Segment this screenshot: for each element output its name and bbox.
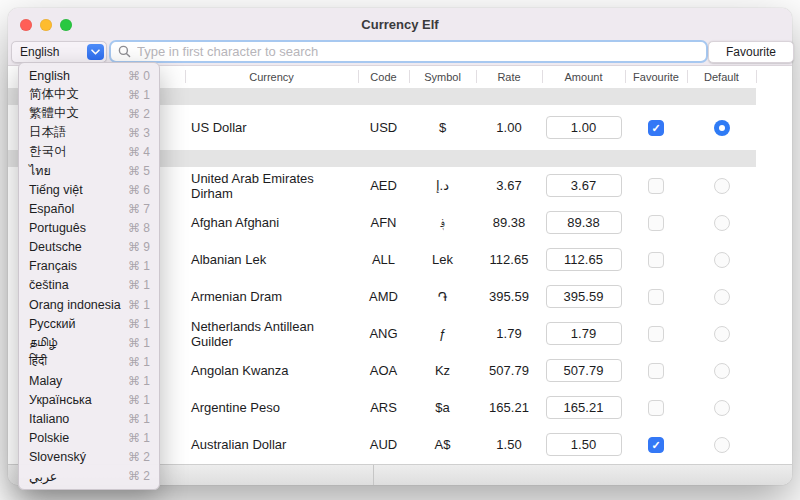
currency-name: US Dollar [185, 120, 358, 135]
favourite-checkbox[interactable]: ✓ [648, 437, 664, 453]
language-menu-item[interactable]: Русский⌘ 1 [19, 314, 159, 333]
language-menu-item-label: 繁體中文 [29, 105, 79, 122]
currency-symbol: Kz [409, 363, 476, 378]
currency-rate: 395.59 [476, 289, 542, 304]
favourite-checkbox[interactable] [648, 252, 664, 268]
language-menu-item-shortcut: ⌘ 1 [128, 336, 150, 350]
currency-rate: 1.50 [476, 437, 542, 452]
default-radio[interactable] [714, 326, 730, 342]
amount-input[interactable] [546, 359, 622, 382]
language-menu-item[interactable]: Español⌘ 7 [19, 200, 159, 219]
currency-rate: 1.79 [476, 326, 542, 341]
language-menu-item-shortcut: ⌘ 1 [128, 259, 150, 273]
language-menu-item[interactable]: 简体中文⌘ 1 [19, 85, 159, 104]
favourite-checkbox[interactable] [648, 178, 664, 194]
language-menu-item[interactable]: Tiếng việt⌘ 6 [19, 181, 159, 200]
amount-input[interactable] [546, 396, 622, 419]
currency-code: AUD [358, 437, 409, 452]
language-menu-item-shortcut: ⌘ 1 [128, 374, 150, 388]
currency-code: AFN [358, 215, 409, 230]
amount-input[interactable] [546, 248, 622, 271]
language-menu-item[interactable]: Slovenský⌘ 2 [19, 448, 159, 467]
language-menu-item[interactable]: English⌘ 0 [19, 66, 159, 85]
check-icon: ✓ [651, 122, 660, 134]
favourite-checkbox[interactable] [648, 289, 664, 305]
default-cell [687, 289, 756, 305]
status-bar-divider [373, 465, 374, 485]
language-menu-item-shortcut: ⌘ 0 [128, 69, 150, 83]
default-radio[interactable] [714, 178, 730, 194]
currency-name: Argentine Peso [185, 400, 358, 415]
default-radio[interactable] [714, 120, 730, 136]
default-cell [687, 252, 756, 268]
language-menu-item-shortcut: ⌘ 3 [128, 126, 150, 140]
language-menu-item[interactable]: Italiano⌘ 1 [19, 409, 159, 428]
language-menu-item[interactable]: தமிழ்⌘ 1 [19, 333, 159, 352]
amount-input[interactable] [546, 116, 622, 139]
amount-input[interactable] [546, 433, 622, 456]
language-menu-item-shortcut: ⌘ 1 [128, 88, 150, 102]
check-icon: ✓ [651, 439, 660, 451]
favourite-checkbox[interactable]: ✓ [648, 120, 664, 136]
column-header-rate: Rate [476, 66, 542, 88]
amount-input[interactable] [546, 322, 622, 345]
currency-name: Angolan Kwanza [185, 363, 358, 378]
language-menu-item[interactable]: Português⌘ 8 [19, 219, 159, 238]
language-menu-item-shortcut: ⌘ 9 [128, 240, 150, 254]
language-menu-item[interactable]: Polskie⌘ 1 [19, 429, 159, 448]
language-menu-item[interactable]: Українська⌘ 1 [19, 390, 159, 409]
screen: Currency Elf English [0, 0, 800, 500]
language-menu-item[interactable]: عربي⌘ 2 [19, 467, 159, 486]
currency-symbol: ƒ [409, 326, 476, 341]
default-radio[interactable] [714, 437, 730, 453]
language-selector[interactable]: English [11, 41, 107, 63]
chevron-down-icon [87, 44, 104, 60]
language-menu-item[interactable]: Deutsche⌘ 9 [19, 238, 159, 257]
language-menu-item[interactable]: Français⌘ 1 [19, 257, 159, 276]
favourite-checkbox[interactable] [648, 400, 664, 416]
currency-symbol: ֏ [409, 289, 476, 305]
language-menu-item[interactable]: 日本語⌘ 3 [19, 123, 159, 142]
amount-cell [542, 359, 625, 382]
default-radio[interactable] [714, 215, 730, 231]
currency-name: Albanian Lek [185, 252, 358, 267]
currency-symbol: ؋ [409, 215, 476, 231]
language-menu-item[interactable]: हिंदी⌘ 1 [19, 352, 159, 371]
currency-rate: 112.65 [476, 252, 542, 267]
language-menu-item-label: Tiếng việt [29, 183, 83, 197]
language-menu-item-label: Português [29, 221, 86, 235]
language-menu-item[interactable]: 繁體中文⌘ 2 [19, 104, 159, 123]
amount-input[interactable] [546, 174, 622, 197]
favourite-checkbox[interactable] [648, 363, 664, 379]
language-menu-item[interactable]: 한국어⌘ 4 [19, 142, 159, 161]
favourite-button[interactable]: Favourite [708, 41, 794, 63]
language-menu-item[interactable]: Malay⌘ 1 [19, 371, 159, 390]
column-header-favourite: Favourite [625, 66, 687, 88]
search-field[interactable] [109, 40, 708, 63]
default-radio[interactable] [714, 363, 730, 379]
amount-input[interactable] [546, 285, 622, 308]
default-radio[interactable] [714, 400, 730, 416]
currency-rate: 507.79 [476, 363, 542, 378]
default-radio[interactable] [714, 289, 730, 305]
search-input[interactable] [135, 43, 706, 60]
favourite-cell: ✓ [625, 437, 687, 453]
language-menu-item-label: 한국어 [29, 143, 67, 160]
language-menu: English⌘ 0简体中文⌘ 1繁體中文⌘ 2日本語⌘ 3한국어⌘ 4ไทย⌘… [18, 62, 160, 490]
amount-input[interactable] [546, 211, 622, 234]
favourite-checkbox[interactable] [648, 215, 664, 231]
language-menu-item-label: ไทย [29, 161, 51, 181]
language-menu-item[interactable]: čeština⌘ 1 [19, 276, 159, 295]
language-menu-item-shortcut: ⌘ 1 [128, 393, 150, 407]
language-menu-item-shortcut: ⌘ 1 [128, 298, 150, 312]
language-menu-item[interactable]: ไทย⌘ 5 [19, 161, 159, 180]
default-radio[interactable] [714, 252, 730, 268]
favourite-checkbox[interactable] [648, 326, 664, 342]
amount-cell [542, 322, 625, 345]
language-menu-item[interactable]: Orang indonesia⌘ 1 [19, 295, 159, 314]
currency-name: Afghan Afghani [185, 215, 358, 230]
currency-name: United Arab Emirates Dirham [185, 171, 358, 201]
default-cell [687, 120, 756, 136]
currency-code: AOA [358, 363, 409, 378]
column-header-default: Default [687, 66, 756, 88]
